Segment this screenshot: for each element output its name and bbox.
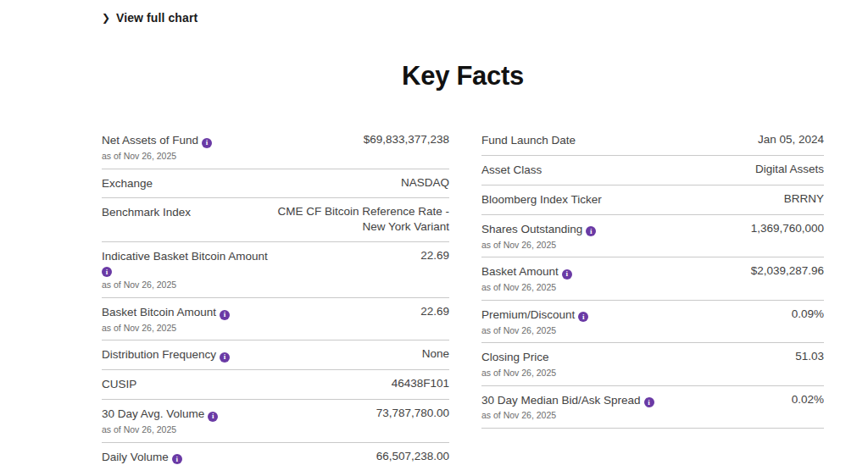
fact-asof-date: as of Nov 26, 2025 — [481, 325, 588, 336]
fact-label-wrap: Exchange — [102, 175, 153, 191]
fact-value: 0.09% — [792, 307, 824, 322]
fact-label-wrap: Premium/Discounti as of Nov 26, 2025 — [481, 307, 588, 335]
fact-value: 51.03 — [795, 349, 824, 364]
fact-label: Daily Volume — [102, 451, 169, 463]
fact-asof-date: as of Nov 26, 2025 — [102, 151, 212, 162]
fact-value: NASDAQ — [401, 175, 449, 191]
fact-label: Benchmark Index — [102, 206, 191, 219]
info-icon[interactable]: i — [202, 138, 212, 148]
fact-asof-date: as of Nov 26, 2025 — [102, 323, 230, 334]
fact-label: Net Assets of Fund — [102, 134, 198, 147]
fact-asof-date: as of Nov 26, 2025 — [481, 240, 596, 251]
fact-label-wrap: Daily Volumei as of Nov 26, 2025 — [102, 449, 182, 465]
page-title: Key Facts — [102, 62, 824, 91]
fact-row: Daily Volumei as of Nov 26, 2025 66,507,… — [102, 443, 449, 465]
fact-label: Distribution Frequency — [102, 348, 216, 361]
fact-value: 66,507,238.00 — [376, 449, 449, 464]
fact-asof-date: as of Nov 26, 2025 — [481, 282, 572, 293]
fact-label: Indicative Basket Bitcoin Amount — [102, 250, 268, 263]
fact-label: Bloomberg Index Ticker — [481, 193, 602, 206]
key-facts-left-column: Net Assets of Fundi as of Nov 26, 2025 $… — [102, 126, 449, 465]
fact-label-wrap: Distribution Frequencyi — [102, 346, 230, 363]
fact-value: 22.69 — [420, 248, 449, 263]
fact-row: Net Assets of Fundi as of Nov 26, 2025 $… — [102, 126, 449, 169]
fact-label: Premium/Discount — [481, 308, 575, 321]
fact-asof-date: as of Nov 26, 2025 — [102, 280, 268, 291]
fact-label-wrap: Basket Amounti as of Nov 26, 2025 — [481, 263, 572, 292]
fact-row: CUSIP 46438F101 — [102, 370, 449, 400]
fact-label-wrap: Basket Bitcoin Amounti as of Nov 26, 202… — [102, 304, 230, 333]
fact-row: Fund Launch Date Jan 05, 2024 — [481, 126, 824, 156]
fact-label-wrap: 30 Day Median Bid/Ask Spreadi as of Nov … — [481, 392, 654, 421]
fact-label: Exchange — [102, 177, 153, 190]
view-full-chart-link[interactable]: ❯ View full chart — [102, 11, 198, 25]
fact-value: 22.69 — [420, 304, 449, 319]
fact-label: Asset Class — [481, 163, 542, 176]
fact-value: 73,787,780.00 — [376, 406, 449, 421]
fact-asof-date: as of Nov 26, 2025 — [481, 410, 654, 421]
fact-label-wrap: Fund Launch Date — [481, 132, 576, 148]
fact-value: 0.02% — [792, 392, 824, 407]
info-icon[interactable]: i — [586, 226, 596, 236]
info-icon[interactable]: i — [220, 310, 230, 320]
fact-label-wrap: CUSIP — [102, 376, 136, 392]
fact-label-wrap: Indicative Basket Bitcoin Amounti as of … — [102, 248, 268, 291]
fact-row: Indicative Basket Bitcoin Amounti as of … — [102, 242, 449, 298]
fact-asof-date: as of Nov 26, 2025 — [481, 368, 556, 379]
info-icon[interactable]: i — [220, 352, 230, 363]
key-facts-right-column: Fund Launch Date Jan 05, 2024 Asset Clas… — [481, 126, 824, 429]
fact-row: Asset Class Digital Assets — [481, 156, 824, 185]
fact-row: Bloomberg Index Ticker BRRNY — [481, 185, 824, 215]
fact-label-wrap: Shares Outstandingi as of Nov 26, 2025 — [481, 221, 596, 250]
info-icon[interactable]: i — [208, 412, 218, 422]
fact-label: Closing Price — [481, 351, 549, 363]
fact-label-wrap: 30 Day Avg. Volumei as of Nov 26, 2025 — [102, 406, 218, 435]
fact-label-wrap: Benchmark Index — [102, 204, 191, 220]
info-icon[interactable]: i — [102, 267, 112, 277]
fact-value: $2,039,287.96 — [751, 263, 824, 279]
fact-row: Distribution Frequencyi None — [102, 340, 449, 370]
fact-value: 46438F101 — [392, 376, 449, 391]
fact-label-wrap: Asset Class — [481, 162, 542, 178]
fact-row: Premium/Discounti as of Nov 26, 2025 0.0… — [481, 301, 824, 343]
info-icon[interactable]: i — [578, 312, 588, 322]
fact-row: Closing Price as of Nov 26, 2025 51.03 — [481, 343, 824, 385]
fact-label: Basket Bitcoin Amount — [102, 306, 216, 318]
fact-value: 1,369,760,000 — [751, 221, 824, 236]
fact-row: 30 Day Avg. Volumei as of Nov 26, 2025 7… — [102, 400, 449, 442]
fact-asof-date: as of Nov 26, 2025 — [102, 424, 218, 435]
fact-label: 30 Day Avg. Volume — [102, 407, 204, 420]
view-full-chart-label: View full chart — [116, 11, 198, 25]
fact-label: CUSIP — [102, 378, 136, 390]
fact-row: Exchange NASDAQ — [102, 169, 449, 199]
chevron-right-icon: ❯ — [102, 13, 110, 23]
info-icon[interactable]: i — [172, 454, 182, 464]
fact-label: Fund Launch Date — [481, 134, 576, 147]
fact-label-wrap: Net Assets of Fundi as of Nov 26, 2025 — [102, 132, 212, 161]
fact-row: Basket Bitcoin Amounti as of Nov 26, 202… — [102, 298, 449, 340]
fact-value: $69,833,377,238 — [364, 132, 449, 147]
fact-value: BRRNY — [784, 191, 824, 207]
info-icon[interactable]: i — [562, 269, 572, 280]
fact-label-wrap: Bloomberg Index Ticker — [481, 191, 602, 208]
fact-value: CME CF Bitcoin Reference Rate - New York… — [277, 204, 449, 234]
fact-label-wrap: Closing Price as of Nov 26, 2025 — [481, 349, 556, 378]
fact-row: 30 Day Median Bid/Ask Spreadi as of Nov … — [481, 386, 824, 429]
fact-row: Basket Amounti as of Nov 26, 2025 $2,039… — [481, 257, 824, 300]
fact-row: Shares Outstandingi as of Nov 26, 2025 1… — [481, 215, 824, 257]
fact-value: Digital Assets — [755, 162, 824, 177]
fact-value: None — [422, 346, 449, 362]
fact-label: Shares Outstanding — [481, 223, 582, 235]
fact-row: Benchmark Index CME CF Bitcoin Reference… — [102, 198, 449, 241]
fact-label: Basket Amount — [481, 265, 559, 278]
fact-value: Jan 05, 2024 — [758, 132, 824, 147]
info-icon[interactable]: i — [644, 397, 654, 407]
fact-label: 30 Day Median Bid/Ask Spread — [481, 394, 641, 407]
key-facts-table: Net Assets of Fundi as of Nov 26, 2025 $… — [102, 126, 824, 465]
